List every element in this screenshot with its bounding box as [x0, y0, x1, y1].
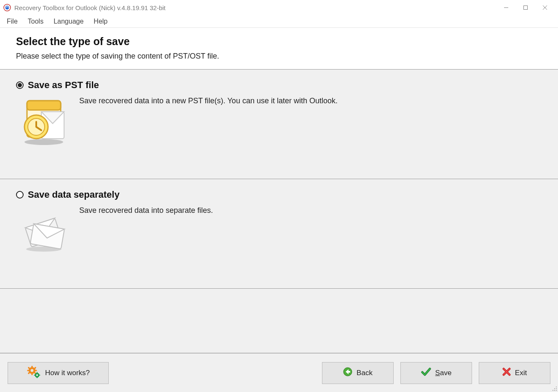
- check-icon: [421, 367, 431, 379]
- option-label: Save data separately: [28, 189, 120, 200]
- svg-point-44: [553, 390, 553, 391]
- radio-save-separate[interactable]: [16, 191, 24, 199]
- save-label: Save: [435, 369, 452, 377]
- how-it-works-button[interactable]: How it works?: [8, 362, 109, 384]
- option-save-separate[interactable]: Save data separately Save recovered data…: [0, 179, 558, 289]
- svg-point-43: [556, 388, 557, 389]
- svg-rect-32: [34, 375, 36, 376]
- save-button[interactable]: Save: [400, 362, 472, 384]
- maximize-button[interactable]: [516, 1, 535, 14]
- svg-point-29: [36, 374, 38, 376]
- window-title: Recovery Toolbox for Outlook (Nick) v.4.…: [14, 4, 496, 11]
- envelope-icon: [19, 205, 69, 257]
- resize-grip[interactable]: [551, 385, 557, 391]
- svg-rect-8: [27, 101, 61, 110]
- exit-label: Exit: [515, 369, 527, 377]
- menu-file[interactable]: File: [2, 16, 23, 27]
- options-area: Save as PST file Save recovered data int…: [0, 70, 558, 353]
- exit-button[interactable]: Exit: [479, 362, 550, 384]
- x-icon: [502, 368, 511, 378]
- minimize-button[interactable]: [496, 1, 516, 14]
- svg-point-6: [24, 139, 63, 145]
- window-controls: [496, 1, 555, 14]
- footer: How it works? Back Save: [0, 353, 558, 392]
- pst-icon: [19, 96, 69, 148]
- page-header: Select the type of save Please select th…: [0, 28, 558, 70]
- svg-rect-23: [35, 370, 37, 371]
- menu-language[interactable]: Language: [48, 16, 89, 27]
- svg-point-42: [554, 388, 555, 389]
- svg-point-45: [554, 390, 555, 391]
- menu-tools[interactable]: Tools: [23, 16, 48, 27]
- svg-rect-33: [39, 375, 40, 376]
- titlebar: Recovery Toolbox for Outlook (Nick) v.4.…: [0, 0, 558, 15]
- svg-rect-21: [31, 373, 32, 375]
- menu-help[interactable]: Help: [89, 16, 113, 27]
- svg-rect-3: [524, 6, 528, 10]
- close-button[interactable]: [535, 1, 555, 14]
- back-label: Back: [357, 369, 373, 377]
- page-title: Select the type of save: [16, 35, 542, 48]
- option-description: Save recovered data into separate files.: [79, 205, 213, 215]
- app-icon: [3, 4, 11, 11]
- option-description: Save recovered data into a new PST file(…: [79, 96, 338, 105]
- svg-point-46: [556, 390, 557, 391]
- how-it-works-label: How it works?: [45, 369, 90, 377]
- option-save-pst[interactable]: Save as PST file Save recovered data int…: [0, 70, 558, 179]
- menubar: File Tools Language Help: [0, 15, 558, 28]
- svg-rect-22: [27, 370, 30, 371]
- option-label: Save as PST file: [28, 80, 99, 91]
- svg-point-1: [5, 6, 9, 10]
- back-arrow-icon: [343, 367, 352, 379]
- gears-icon: [27, 365, 41, 380]
- svg-rect-31: [37, 377, 38, 378]
- svg-point-41: [556, 387, 557, 387]
- options-filler: [0, 289, 558, 353]
- svg-point-19: [31, 369, 34, 372]
- svg-rect-20: [31, 366, 32, 368]
- page-subtitle: Please select the type of saving the con…: [16, 52, 542, 61]
- svg-rect-30: [37, 372, 38, 374]
- radio-save-pst[interactable]: [16, 81, 24, 89]
- back-button[interactable]: Back: [322, 362, 394, 384]
